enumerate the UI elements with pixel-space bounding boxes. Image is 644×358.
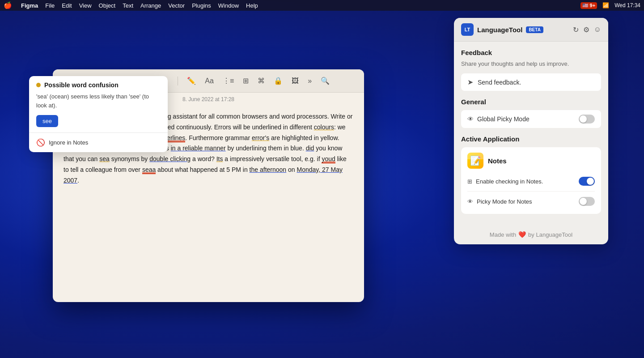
enable-checking-label: ⊞ Enable checking in Notes. [467, 178, 543, 185]
error-youd: youd [322, 155, 335, 163]
feedback-desc: Share your thoughts and help us improve. [461, 60, 601, 68]
picky-icon: 👁 [467, 115, 474, 123]
table-icon[interactable]: ⊞ [241, 75, 250, 87]
picky-mode-icon: 👁 [467, 198, 473, 205]
lt-panel-header: LT LanguageTool BETA ↻ ⚙ ☺ [454, 18, 608, 42]
menubar-window[interactable]: Window [218, 2, 239, 9]
search-icon[interactable]: 🔍 [319, 75, 331, 87]
menubar-arrange[interactable]: Arrange [140, 2, 161, 9]
global-picky-label: 👁 Global Picky Mode [467, 115, 530, 123]
menubar-plugins[interactable]: Plugins [192, 2, 211, 9]
tooltip-dot [36, 83, 41, 87]
compose-icon[interactable]: ✏️ [185, 75, 198, 87]
notification-badge[interactable]: 🇺🇸 9+ [580, 2, 597, 9]
menubar-object[interactable]: Object [99, 2, 116, 9]
list-format-icon[interactable]: ⋮≡ [221, 75, 236, 87]
tooltip-description: 'sea' (ocean) seems less likely than 'se… [29, 92, 168, 115]
enable-checking-toggle[interactable] [579, 177, 595, 186]
global-picky-text: Global Picky Mode [477, 115, 530, 123]
style-afternoon: the afternoon [250, 166, 287, 173]
app-row-divider [467, 191, 595, 192]
global-picky-toggle[interactable] [579, 115, 595, 124]
menubar-vector[interactable]: Vector [168, 2, 185, 9]
tooltip-suggestion-area: see [29, 115, 168, 132]
wifi-icon: 📶 [602, 2, 609, 9]
picky-mode-row: 👁 Picky Mode for Notes [467, 194, 595, 209]
feedback-title: Feedback [461, 49, 601, 56]
refresh-icon[interactable]: ↻ [573, 26, 579, 34]
active-app-title: Active Application [461, 135, 601, 143]
style-reliable: in a reliable manner [171, 145, 226, 152]
send-feedback-button[interactable]: ➤ Send feedback. [461, 73, 601, 91]
toolbar-separator-4 [178, 77, 178, 85]
clock: Wed 17:34 [614, 2, 640, 9]
link-icon[interactable]: ⌘ [256, 75, 267, 87]
tooltip-title: Possible word confusion [44, 81, 119, 89]
lt-title: LanguageTool [477, 26, 522, 34]
ignore-icon: 🚫 [36, 138, 45, 147]
lt-logo: LT [461, 23, 474, 36]
menubar-view[interactable]: View [79, 2, 92, 9]
image-icon[interactable]: 🖼 [290, 75, 301, 87]
lt-header-icons: ↻ ⚙ ☺ [573, 26, 601, 34]
ignore-label: Ignore in Notes [49, 139, 88, 146]
error-did: did [306, 145, 314, 152]
app-name: Notes [488, 157, 507, 165]
menubar-left: 🍎 Figma File Edit View Object Text Arran… [4, 1, 258, 9]
app-card: 📝 Notes ⊞ Enable checking in Notes. 👁 Pi… [461, 147, 601, 214]
made-with-text: Made with [490, 231, 516, 238]
enable-icon: ⊞ [467, 178, 472, 185]
picky-mode-toggle[interactable] [579, 197, 595, 206]
lt-beta-badge: BETA [526, 26, 543, 33]
menubar-edit[interactable]: Edit [62, 2, 72, 9]
notes-app-icon: 📝 [467, 153, 483, 169]
apple-menu[interactable]: 🍎 [4, 1, 12, 9]
ignore-button[interactable]: 🚫 Ignore in Notes [29, 133, 168, 152]
menubar-figma[interactable]: Figma [21, 2, 38, 9]
enable-checking-text: Enable checking in Notes. [476, 178, 543, 185]
send-icon: ➤ [467, 78, 473, 86]
more-icon[interactable]: » [306, 75, 314, 87]
picky-mode-text: Picky Mode for Notes [477, 198, 532, 205]
menubar-right: 🇺🇸 9+ 📶 Wed 17:34 [580, 2, 640, 9]
error-its: Its [216, 155, 223, 162]
lt-panel: LT LanguageTool BETA ↻ ⚙ ☺ Feedback Shar… [454, 18, 608, 244]
error-errors: error's [252, 134, 269, 141]
menubar: 🍎 Figma File Edit View Object Text Arran… [0, 0, 644, 11]
emoji-icon[interactable]: ☺ [594, 26, 601, 34]
font-icon[interactable]: Aa [203, 75, 216, 87]
tooltip-popup: Possible word confusion 'sea' (ocean) se… [29, 76, 168, 152]
menubar-text[interactable]: Text [123, 2, 133, 9]
menubar-help[interactable]: Help [246, 2, 258, 9]
error-colours: colours [314, 124, 334, 131]
suggestion-button[interactable]: see [36, 115, 58, 127]
lock-icon[interactable]: 🔒 [272, 75, 284, 87]
app-header: 📝 Notes [467, 153, 595, 169]
settings-icon[interactable]: ⚙ [583, 26, 589, 34]
menubar-file[interactable]: File [45, 2, 55, 9]
general-title: General [461, 98, 601, 106]
heart-icon: ❤️ [518, 231, 526, 238]
by-languagetool-text: by LanguageTool [528, 231, 572, 238]
tooltip-header: Possible word confusion [29, 76, 168, 92]
error-sea2: seaa [142, 166, 156, 174]
send-feedback-label: Send feedback. [478, 79, 521, 86]
error-sea: sea [99, 155, 110, 162]
picky-mode-label: 👁 Picky Mode for Notes [467, 198, 532, 205]
lt-footer: Made with ❤️ by LanguageTool [454, 226, 608, 244]
enable-checking-row: ⊞ Enable checking in Notes. [467, 174, 595, 188]
lt-panel-body: Feedback Share your thoughts and help us… [454, 42, 608, 226]
style-date: Monday, 27 May 2007 [64, 166, 343, 184]
style-double-clicking: double clicking [149, 155, 191, 162]
global-picky-mode-row: 👁 Global Picky Mode [461, 110, 601, 128]
